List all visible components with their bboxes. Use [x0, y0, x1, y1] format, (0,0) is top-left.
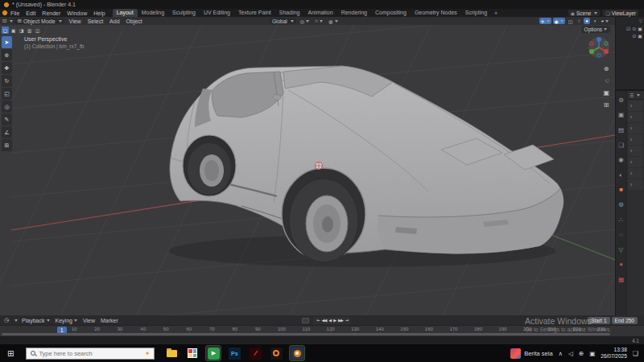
filter-icon[interactable]: ▽	[617, 19, 642, 23]
snap-magnet-icon[interactable]: ∩	[313, 18, 324, 24]
tray-chevron-icon[interactable]: ∧	[559, 350, 564, 357]
window-menu[interactable]: Window	[64, 10, 90, 16]
auto-keying-toggle[interactable]	[302, 318, 309, 323]
collapsed-panel-row[interactable]: ›	[628, 123, 643, 134]
tool-setting-icon-2[interactable]: ◨	[18, 27, 25, 34]
blender-taskbar-icon[interactable]	[290, 346, 304, 360]
tool-setting-icon-1[interactable]: ▣	[10, 27, 17, 34]
camera-icon[interactable]: ▣	[638, 26, 642, 31]
object-properties-tab[interactable]: ■	[616, 183, 626, 198]
add-workspace-button[interactable]: +	[491, 10, 501, 16]
outliner-panel[interactable]: ▽ ☑ ⊙ ▣ ⊙ ▣	[616, 17, 644, 91]
collapsed-panel-row[interactable]: ›	[628, 134, 643, 145]
collapsed-panel-row[interactable]: ›	[628, 168, 643, 179]
modifier-properties-tab[interactable]: ⚙	[616, 197, 626, 212]
view-menu[interactable]: View	[66, 19, 85, 24]
timeline-view-menu[interactable]: View	[83, 318, 95, 323]
rendered-shading-icon[interactable]: ◕	[599, 18, 610, 24]
zoom-icon[interactable]: ⊕	[603, 65, 609, 72]
scale-tool[interactable]: ◱	[2, 88, 12, 100]
annotate-tool[interactable]: ✎	[2, 113, 12, 125]
gizmos-toggle-icon[interactable]: ✛	[539, 18, 551, 24]
taskbar-search[interactable]: ✦	[26, 348, 155, 360]
z-axis-handle[interactable]	[597, 37, 601, 42]
previous-keyframe-button[interactable]: ◀◀	[322, 318, 327, 323]
network-icon[interactable]: ⊕	[579, 350, 584, 357]
rotate-tool[interactable]: ↻	[2, 75, 12, 87]
output-properties-tab[interactable]: ▤	[616, 122, 626, 138]
eye-icon[interactable]: ⊙	[632, 33, 636, 39]
photos-app-icon[interactable]	[185, 346, 200, 360]
viewport-options-button[interactable]: Options	[581, 26, 610, 33]
start-button[interactable]: ⊞	[0, 349, 21, 358]
add-cube-tool[interactable]: ⊞	[2, 139, 12, 151]
tool-setting-icon-3[interactable]: ▥	[26, 27, 33, 34]
jump-to-end-button[interactable]: ⇥	[345, 318, 348, 323]
collapsed-panel-row[interactable]: ›	[628, 112, 643, 122]
select-menu[interactable]: Select	[85, 19, 106, 24]
camera-view-icon[interactable]: ▣	[603, 89, 609, 97]
physics-properties-tab[interactable]: ◌	[616, 227, 626, 242]
play-button[interactable]: ▶	[333, 318, 336, 323]
mode-dropdown[interactable]: ⊞ Object Mode	[14, 18, 64, 24]
keying-menu[interactable]: Keying	[56, 318, 77, 323]
editor-type-icon[interactable]: ⊡	[2, 18, 6, 24]
select-box-tool[interactable]: ➤	[2, 36, 12, 48]
taskbar-clock[interactable]: 13:38 26/07/2025	[601, 347, 627, 360]
workspace-tab-layout[interactable]: Layout	[113, 9, 138, 17]
texture-properties-tab[interactable]: ▦	[616, 272, 626, 287]
object-menu[interactable]: Object	[123, 19, 146, 24]
tray-misc-icon[interactable]: ▣	[589, 350, 595, 357]
xray-toggle-icon[interactable]: ◫	[567, 18, 575, 24]
playback-menu[interactable]: Playback	[22, 318, 49, 323]
tool-setting-icon-4[interactable]: ◫	[34, 27, 41, 34]
workspace-tab-modeling[interactable]: Modeling	[138, 9, 168, 17]
workspace-tab-scripting[interactable]: Scripting	[461, 9, 491, 17]
timeline-scrollbar[interactable]	[2, 333, 610, 335]
workspace-tab-compositing[interactable]: Compositing	[371, 9, 411, 17]
cursor-tool[interactable]: ⊕	[2, 49, 12, 61]
x-axis-handle[interactable]	[604, 49, 609, 54]
eye-icon[interactable]: ⊙	[632, 26, 636, 31]
timeline-editor-icon[interactable]: ◷	[4, 317, 9, 323]
help-menu[interactable]: Help	[90, 10, 108, 16]
news-widget[interactable]: Berita sela	[510, 348, 552, 359]
tool-properties-tab[interactable]: ⚙	[616, 93, 626, 108]
measure-tool[interactable]: ∠	[2, 126, 12, 138]
camera-icon[interactable]: ▣	[638, 33, 642, 39]
view-layer-properties-tab[interactable]: ❏	[616, 138, 626, 153]
collapsed-panel-row[interactable]: ›	[628, 179, 643, 190]
render-menu[interactable]: Render	[39, 10, 64, 16]
viewport-canvas[interactable]: ▢▣◨▥◫ ➤⊕✚↻◱◎✎∠⊞ User Perspective (1) Col…	[0, 25, 615, 315]
file-menu[interactable]: File	[7, 10, 23, 16]
photoshop-app-icon[interactable]: Ps	[227, 346, 242, 360]
wireframe-shading-icon[interactable]: ○	[576, 18, 583, 24]
scene-properties-tab[interactable]: ◉	[616, 152, 626, 167]
workspace-tab-geometry-nodes[interactable]: Geometry Nodes	[411, 9, 461, 17]
outliner-row-object[interactable]: ⊙ ▣	[617, 33, 642, 39]
timeline-ruler[interactable]: 1020304050607080901001101201301401501601…	[0, 325, 644, 336]
next-keyframe-button[interactable]: ▶▶	[338, 318, 343, 323]
frame-start-field[interactable]: Start 1	[588, 317, 609, 324]
orange-ring-app-icon[interactable]	[269, 346, 283, 360]
scene-selector[interactable]: ◉ Scene	[568, 10, 601, 16]
jump-to-start-button[interactable]: ⇤	[316, 318, 319, 323]
toggle-perspective-icon[interactable]: ⊞	[603, 101, 609, 109]
solid-shading-icon[interactable]: ●	[584, 18, 590, 24]
workspace-tab-uv-editing[interactable]: UV Editing	[200, 9, 234, 17]
collapsed-panel-row[interactable]: ›	[628, 101, 643, 111]
overlays-toggle-icon[interactable]: ◉	[553, 18, 565, 24]
render-properties-tab[interactable]: ▣	[616, 108, 626, 123]
workspace-tab-sculpting[interactable]: Sculpting	[168, 9, 200, 17]
properties-editor-icon[interactable]: ☰	[630, 93, 634, 98]
navigation-gizmo[interactable]	[587, 35, 611, 60]
screen-recorder-app-icon[interactable]: ▶	[206, 346, 221, 360]
object-data-properties-tab[interactable]: ▽	[616, 242, 626, 257]
y-axis-handle[interactable]	[589, 49, 594, 54]
world-properties-tab[interactable]: ◐	[616, 167, 626, 183]
volume-icon[interactable]: ◁	[568, 350, 573, 357]
material-preview-shading-icon[interactable]: ◑	[592, 18, 598, 24]
play-reverse-button[interactable]: ◀	[328, 318, 331, 323]
collapsed-panel-row[interactable]: ›	[628, 157, 643, 167]
notification-icon[interactable]: ❏	[633, 350, 640, 357]
